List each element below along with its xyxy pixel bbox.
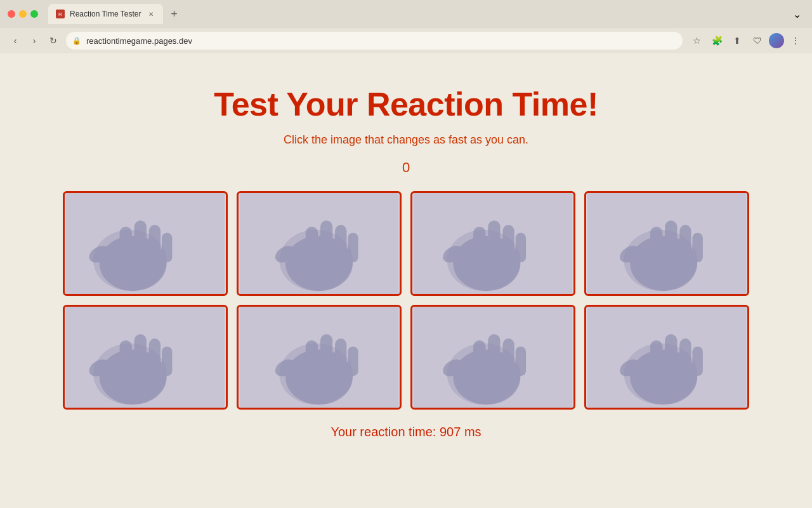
menu-button[interactable]: ⋮ — [787, 32, 804, 50]
address-bar: ‹ › ↻ 🔒 ☆ 🧩 ⬆ 🛡 ⋮ — [0, 28, 812, 53]
grid-cell-4[interactable] — [584, 191, 749, 296]
title-bar: R Reaction Time Tester ✕ + ⌄ — [0, 0, 812, 28]
nav-buttons: ‹ › ↻ — [8, 33, 61, 48]
reaction-time-display: Your reaction time: 907 ms — [331, 425, 481, 439]
traffic-lights — [8, 10, 38, 18]
hand-image-6 — [239, 307, 400, 408]
grid-cell-3[interactable] — [410, 191, 575, 296]
svg-point-55 — [447, 344, 521, 404]
svg-point-15 — [279, 230, 353, 291]
grid-cell-1[interactable] — [63, 191, 228, 296]
grid-cell-2[interactable] — [237, 191, 402, 296]
back-button[interactable]: ‹ — [8, 33, 23, 48]
browser-expand-button[interactable]: ⌄ — [789, 6, 804, 22]
hand-image-8 — [586, 307, 747, 408]
shield-icon[interactable]: 🛡 — [749, 32, 766, 50]
grid-cell-6[interactable] — [237, 305, 402, 410]
page-subtitle: Click the image that changes as fast as … — [284, 133, 528, 147]
share-icon[interactable]: ⬆ — [728, 32, 746, 50]
address-wrapper: 🔒 — [66, 32, 683, 50]
tab-bar: R Reaction Time Tester ✕ + — [48, 4, 784, 24]
hand-image-5 — [65, 307, 226, 408]
avatar-icon[interactable] — [769, 33, 784, 48]
hand-image-4 — [586, 193, 747, 294]
hand-image-2 — [239, 193, 400, 294]
new-tab-button[interactable]: + — [166, 5, 183, 23]
grid-cell-8[interactable] — [584, 305, 749, 410]
svg-point-63 — [624, 344, 698, 404]
tab-title: Reaction Time Tester — [70, 10, 141, 18]
lock-icon: 🔒 — [72, 37, 81, 45]
svg-point-23 — [447, 230, 521, 291]
svg-point-31 — [624, 230, 698, 291]
browser-chrome: R Reaction Time Tester ✕ + ⌄ ‹ › ↻ 🔒 ☆ 🧩… — [0, 0, 812, 53]
hand-image-1 — [65, 193, 226, 294]
hand-image-3 — [412, 193, 573, 294]
hand-image-7 — [412, 307, 573, 408]
extensions-icon[interactable]: 🧩 — [708, 32, 726, 50]
active-tab[interactable]: R Reaction Time Tester ✕ — [48, 4, 163, 24]
grid-cell-7[interactable] — [410, 305, 575, 410]
minimize-button[interactable] — [19, 10, 27, 18]
tab-close-button[interactable]: ✕ — [147, 10, 155, 18]
bookmark-icon[interactable]: ☆ — [688, 32, 705, 50]
page-title: Test Your Reaction Time! — [214, 85, 598, 123]
close-button[interactable] — [8, 10, 15, 18]
svg-point-39 — [93, 344, 167, 404]
grid-cell-5[interactable] — [63, 305, 228, 410]
refresh-button[interactable]: ↻ — [46, 33, 61, 48]
score-display: 0 — [402, 159, 410, 176]
maximize-button[interactable] — [30, 10, 38, 18]
tab-favicon: R — [56, 10, 65, 18]
svg-point-47 — [279, 344, 353, 404]
page-content: Test Your Reaction Time! Click the image… — [0, 53, 812, 508]
image-grid — [63, 191, 749, 410]
address-input[interactable] — [66, 32, 683, 50]
forward-button[interactable]: › — [27, 33, 42, 48]
svg-point-7 — [93, 230, 167, 291]
toolbar-icons: ☆ 🧩 ⬆ 🛡 ⋮ — [688, 32, 804, 50]
